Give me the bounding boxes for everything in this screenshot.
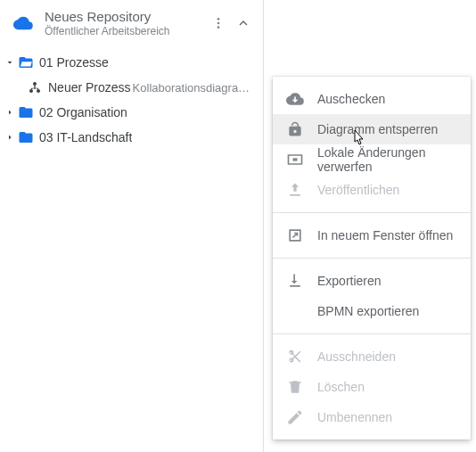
folder-icon — [18, 104, 34, 120]
tree-item-sublabel: Kollaborationsdiagra… — [133, 81, 250, 95]
cloud-icon — [12, 12, 34, 34]
svg-rect-3 — [293, 158, 298, 160]
repository-menu-button[interactable] — [208, 12, 229, 34]
tree-item-label: 03 IT-Landschaft — [39, 130, 132, 144]
lock-open-icon — [285, 119, 305, 139]
menu-item-lokale-aenderungen-verwerfen[interactable]: Lokale Änderungen verwerfen — [273, 144, 471, 175]
caret-down-icon[interactable] — [4, 56, 16, 69]
tree-item-label: 02 Organisation — [39, 105, 127, 119]
menu-item-label: Diagramm entsperren — [317, 122, 438, 136]
svg-point-2 — [217, 27, 220, 29]
menu-separator — [273, 212, 471, 213]
menu-item-diagramm-entsperren[interactable]: Diagramm entsperren — [273, 114, 471, 144]
menu-item-in-neuem-fenster-oeffnen[interactable]: In neuem Fenster öffnen — [273, 220, 471, 251]
tree-folder-03-it-landschaft[interactable]: 03 IT-Landschaft — [0, 125, 263, 150]
menu-item-label: Umbenennen — [317, 410, 392, 424]
tree-item-label: Neuer Prozess — [48, 80, 131, 95]
svg-point-1 — [217, 22, 220, 25]
repository-header: Neues Repository Öffentlicher Arbeitsber… — [0, 4, 263, 43]
menu-item-label: Löschen — [317, 380, 365, 394]
delete-icon — [285, 377, 305, 397]
svg-point-0 — [217, 18, 220, 21]
context-menu: Auschecken Diagramm entsperren Lokale Än… — [273, 77, 471, 440]
menu-item-auschecken[interactable]: Auschecken — [273, 84, 471, 114]
caret-right-icon[interactable] — [4, 106, 16, 119]
tree-folder-01-prozesse[interactable]: 01 Prozesse — [0, 50, 263, 75]
tree-item-label: 01 Prozesse — [39, 55, 109, 70]
menu-item-label: Auschecken — [317, 92, 385, 106]
edit-icon — [285, 407, 305, 427]
tree-item-neuer-prozess[interactable]: Neuer Prozess Kollaborationsdiagra… — [0, 75, 263, 100]
repository-sidebar: Neues Repository Öffentlicher Arbeitsber… — [0, 0, 264, 452]
menu-item-label: Exportieren — [317, 274, 382, 288]
menu-separator — [273, 258, 471, 259]
menu-item-label: Veröffentlichen — [317, 183, 399, 197]
folder-icon — [18, 129, 34, 145]
menu-item-veroeffentlichen: Veröffentlichen — [273, 175, 471, 205]
menu-item-exportieren[interactable]: Exportieren — [273, 266, 471, 296]
menu-item-label: BPMN exportieren — [317, 304, 419, 318]
download-icon — [285, 271, 305, 291]
repository-subtitle: Öffentlicher Arbeitsbereich — [45, 25, 208, 37]
cloud-download-icon — [285, 89, 305, 109]
cut-icon — [285, 347, 305, 366]
menu-item-umbenennen: Umbenennen — [273, 402, 471, 432]
tree-folder-02-organisation[interactable]: 02 Organisation — [0, 100, 263, 125]
menu-separator — [273, 333, 471, 334]
folder-open-icon — [18, 54, 34, 70]
menu-item-loeschen: Löschen — [273, 372, 471, 402]
menu-item-label: Lokale Änderungen verwerfen — [317, 145, 458, 174]
menu-item-label: In neuem Fenster öffnen — [317, 228, 453, 242]
upload-icon — [285, 180, 305, 200]
menu-item-ausschneiden: Ausschneiden — [273, 341, 471, 372]
menu-item-bpmn-exportieren[interactable]: BPMN exportieren — [273, 296, 471, 326]
tree-view: 01 Prozesse Neuer Prozess Kollaborations… — [0, 43, 263, 150]
repository-title: Neues Repository — [45, 9, 208, 25]
collapse-sidebar-button[interactable] — [233, 12, 254, 34]
open-new-icon — [285, 226, 305, 245]
diagram-icon — [27, 79, 43, 95]
menu-item-label: Ausschneiden — [317, 349, 396, 364]
discard-icon — [285, 150, 305, 169]
caret-right-icon[interactable] — [4, 131, 16, 144]
